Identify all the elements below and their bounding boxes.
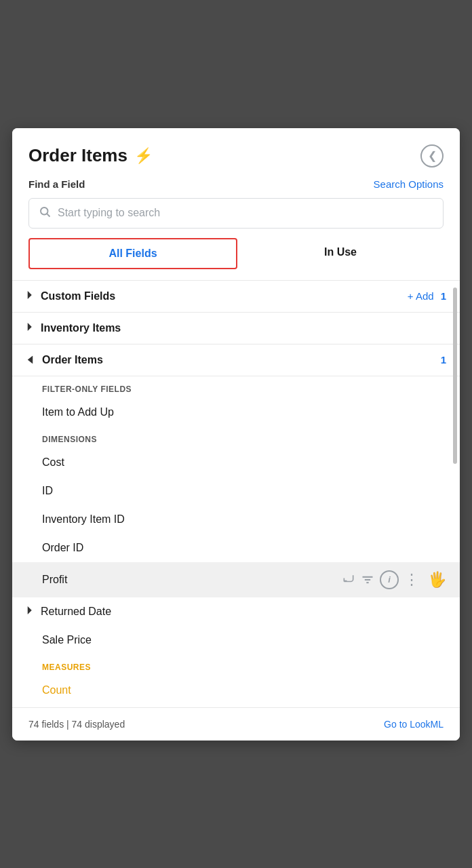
footer: 74 fields | 74 displayed Go to LookML <box>12 707 460 741</box>
find-field-row: Find a Field Search Options <box>28 178 444 190</box>
content-wrapper: Custom Fields + Add 1 Inventory Items Or… <box>12 281 460 707</box>
field-cost: Cost <box>42 456 446 469</box>
field-id: ID <box>42 485 446 497</box>
go-to-lookaml-link[interactable]: Go to LookML <box>384 719 444 730</box>
cursor-indicator: 🖐 <box>428 571 446 589</box>
custom-fields-chevron <box>26 291 33 301</box>
field-inventory-item-id: Inventory Item ID <box>42 513 446 526</box>
more-icon[interactable]: ⋮ <box>404 571 420 589</box>
field-item-add-up: Item to Add Up <box>42 406 446 418</box>
order-items-count: 1 <box>441 354 446 366</box>
dimensions-label: DIMENSIONS <box>12 427 460 448</box>
svg-marker-3 <box>28 323 32 331</box>
list-item[interactable]: ID <box>12 477 460 505</box>
returned-date-row[interactable]: Returned Date <box>12 597 460 626</box>
back-button[interactable]: ❮ <box>420 144 444 167</box>
measures-label: MEASURES <box>12 654 460 676</box>
search-icon <box>39 205 51 221</box>
list-item[interactable]: Inventory Item ID <box>12 505 460 534</box>
return-icon[interactable] <box>342 573 355 587</box>
list-item[interactable]: Count <box>12 676 460 707</box>
custom-fields-add[interactable]: + Add <box>408 290 434 302</box>
custom-fields-section[interactable]: Custom Fields + Add 1 <box>12 281 460 313</box>
list-item[interactable]: Profit <box>12 562 460 597</box>
custom-fields-count: 1 <box>441 290 446 302</box>
filter-only-label: FILTER-ONLY FIELDS <box>12 376 460 398</box>
lightning-icon: ⚡ <box>134 147 153 165</box>
info-letter: i <box>388 574 391 585</box>
search-placeholder: Start typing to search <box>58 207 160 219</box>
inventory-items-label: Inventory Items <box>41 322 446 334</box>
content-area: Custom Fields + Add 1 Inventory Items Or… <box>12 281 460 707</box>
svg-point-0 <box>41 208 48 215</box>
field-returned-date: Returned Date <box>41 606 111 618</box>
list-item[interactable]: Order ID <box>12 534 460 562</box>
main-panel: Order Items ⚡ ❮ Find a Field Search Opti… <box>12 128 460 741</box>
header-title-row: Order Items ⚡ <box>28 145 153 166</box>
header: Order Items ⚡ ❮ Find a Field Search Opti… <box>12 128 460 281</box>
search-box[interactable]: Start typing to search <box>28 198 444 229</box>
tab-in-use[interactable]: In Use <box>237 238 444 269</box>
inventory-items-section[interactable]: Inventory Items <box>12 313 460 344</box>
returned-date-chevron <box>26 606 33 616</box>
svg-marker-2 <box>28 291 32 299</box>
field-profit-actions: i ⋮ 🖐 <box>342 570 446 589</box>
tabs-row: All Fields In Use <box>28 238 444 269</box>
order-items-section[interactable]: Order Items 1 <box>12 344 460 376</box>
field-order-id: Order ID <box>42 542 446 554</box>
list-item[interactable]: Sale Price <box>12 626 460 654</box>
header-top: Order Items ⚡ ❮ <box>28 144 444 167</box>
order-items-label: Order Items <box>42 354 441 366</box>
scrollbar[interactable] <box>453 281 457 707</box>
list-item[interactable]: Item to Add Up <box>12 398 460 427</box>
custom-fields-label: Custom Fields <box>41 290 408 302</box>
page-title: Order Items <box>28 145 127 166</box>
list-item[interactable]: Cost <box>12 448 460 477</box>
svg-line-1 <box>47 214 50 216</box>
svg-marker-4 <box>28 356 33 364</box>
footer-count: 74 fields | 74 displayed <box>28 719 125 730</box>
info-icon[interactable]: i <box>380 570 399 589</box>
field-sale-price: Sale Price <box>42 634 446 646</box>
order-items-chevron <box>25 356 35 364</box>
filter-icon[interactable] <box>361 573 374 587</box>
find-field-label: Find a Field <box>28 178 85 190</box>
field-count: Count <box>42 684 446 696</box>
search-options-link[interactable]: Search Options <box>374 178 444 190</box>
tab-all-fields[interactable]: All Fields <box>28 238 237 269</box>
back-icon: ❮ <box>428 149 437 162</box>
svg-marker-8 <box>28 606 32 614</box>
field-profit: Profit <box>42 574 342 586</box>
inventory-items-chevron <box>26 323 33 333</box>
